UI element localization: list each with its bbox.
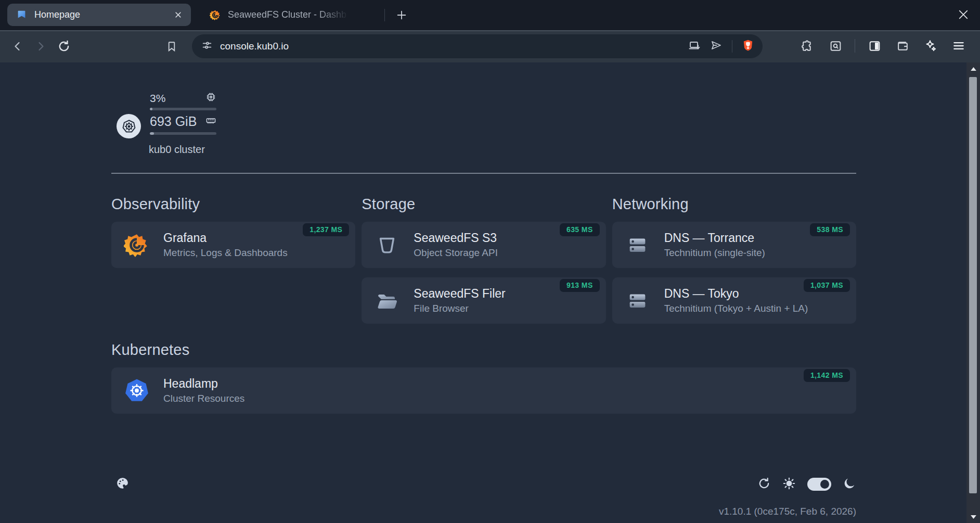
section-title: Kubernetes: [111, 341, 856, 359]
browser-toolbar: console.kub0.io: [0, 30, 980, 62]
cpu-icon: [205, 92, 216, 105]
ping-badge: 913 MS: [560, 279, 600, 292]
service-card-headlamp[interactable]: 1,142 MS HeadlampCluster Resources: [111, 367, 856, 414]
install-app-icon[interactable]: [688, 39, 701, 54]
ping-badge: 1,142 MS: [804, 369, 850, 382]
service-name: DNS — Torrance: [664, 231, 765, 246]
service-description: File Browser: [414, 303, 505, 314]
url-text[interactable]: console.kub0.io: [220, 41, 289, 52]
service-description: Technitium (single-site): [664, 247, 765, 259]
scrollbar-thumb[interactable]: [969, 77, 977, 493]
headlamp-icon: [124, 378, 150, 404]
version-text: v1.10.1 (0ce175c, Feb 6, 2026): [111, 506, 856, 517]
kubernetes-icon: [117, 114, 141, 138]
service-name: SeaweedFS S3: [414, 231, 498, 246]
url-bar[interactable]: console.kub0.io: [192, 34, 763, 58]
tab-separator: [384, 9, 385, 21]
card-list: 1,237 MS GrafanaMetrics, Logs & Dashboar…: [111, 222, 355, 268]
brave-shield-icon[interactable]: [742, 39, 754, 54]
back-icon[interactable]: [8, 37, 27, 56]
tab-title: Homepage: [34, 9, 80, 20]
scroll-up-icon[interactable]: [966, 63, 980, 74]
section-title: Observability: [111, 196, 355, 213]
cluster-label: kub0 cluster: [149, 144, 856, 156]
service-name: Grafana: [163, 231, 288, 246]
bookmark-icon[interactable]: [162, 37, 181, 56]
tab-seaweedfs[interactable]: SeaweedFS Cluster - Dashb: [201, 4, 380, 26]
window-close-icon[interactable]: [953, 4, 974, 25]
tab-strip: Homepage SeaweedFS Cluster - Dashb: [0, 0, 980, 30]
service-name: DNS — Tokyo: [664, 287, 808, 301]
dark-mode-moon-icon[interactable]: [843, 477, 856, 492]
divider: [111, 173, 856, 174]
theme-toggle[interactable]: [807, 478, 831, 491]
leo-ai-icon[interactable]: [922, 37, 939, 55]
server-icon: [625, 288, 651, 314]
scroll-down-icon[interactable]: [966, 512, 980, 522]
tab-homepage[interactable]: Homepage: [7, 4, 191, 26]
sections: Observability1,237 MS GrafanaMetrics, Lo…: [111, 196, 856, 414]
homepage-dashboard: 3% 693 GiB kub0 cluster Observability1,2…: [0, 62, 966, 523]
homepage-flag-icon: [16, 9, 28, 21]
service-description: Metrics, Logs & Dashboards: [163, 247, 288, 259]
service-description: Cluster Resources: [163, 393, 244, 404]
toggle-knob: [820, 480, 829, 489]
service-description: Technitium (Tokyo + Austin + LA): [664, 303, 808, 314]
search-panel-icon[interactable]: [827, 37, 844, 55]
forward-icon[interactable]: [31, 37, 50, 56]
tab-title: SeaweedFS Cluster - Dashb: [228, 9, 353, 20]
service-card-grafana[interactable]: 1,237 MS GrafanaMetrics, Logs & Dashboar…: [111, 222, 355, 268]
cpu-usage-bar: [150, 108, 216, 110]
cpu-usage-value: 3%: [150, 92, 165, 105]
cluster-widget: 3% 693 GiB: [117, 92, 216, 138]
ping-badge: 538 MS: [810, 223, 850, 236]
sidebar-icon[interactable]: [866, 37, 883, 55]
section-storage: Storage635 MS SeaweedFS S3Object Storage…: [362, 196, 605, 324]
service-card-seaweedfs-s3[interactable]: 635 MS SeaweedFS S3Object Storage API: [362, 222, 605, 268]
reload-icon[interactable]: [55, 37, 73, 56]
toolbar-separator: [855, 39, 855, 53]
section-networking: Networking538 MS DNS — TorranceTechnitiu…: [612, 196, 856, 324]
card-list: 1,142 MS HeadlampCluster Resources: [111, 367, 856, 414]
share-icon[interactable]: [710, 39, 723, 54]
ping-badge: 635 MS: [560, 223, 600, 236]
server-icon: [625, 232, 651, 258]
memory-usage-value: 693 GiB: [150, 114, 197, 129]
card-list: 538 MS DNS — TorranceTechnitium (single-…: [612, 222, 856, 324]
ping-badge: 1,237 MS: [303, 223, 349, 236]
service-name: SeaweedFS Filer: [414, 287, 505, 301]
section-kubernetes: Kubernetes1,142 MS HeadlampCluster Resou…: [111, 341, 856, 414]
refresh-icon[interactable]: [757, 477, 771, 492]
service-card-dns-torrance[interactable]: 538 MS DNS — TorranceTechnitium (single-…: [612, 222, 856, 268]
ping-badge: 1,037 MS: [804, 279, 850, 292]
color-palette-icon[interactable]: [115, 476, 130, 492]
scrollbar[interactable]: [966, 62, 980, 523]
section-title: Networking: [612, 196, 856, 213]
bucket-icon: [374, 232, 400, 258]
grafana-icon: [210, 9, 221, 21]
new-tab-button[interactable]: [393, 7, 410, 23]
grafana-icon: [124, 232, 150, 258]
service-card-seaweedfs-filer[interactable]: 913 MS SeaweedFS FilerFile Browser: [362, 277, 605, 324]
site-settings-icon[interactable]: [201, 40, 213, 53]
service-card-dns-tokyo[interactable]: 1,037 MS DNS — TokyoTechnitium (Tokyo + …: [612, 277, 856, 324]
wallet-icon[interactable]: [894, 37, 911, 55]
extensions-icon[interactable]: [798, 37, 816, 55]
section-title: Storage: [362, 196, 605, 213]
service-description: Object Storage API: [414, 247, 498, 259]
memory-usage-bar: [150, 132, 216, 135]
service-name: Headlamp: [163, 377, 244, 391]
section-observability: Observability1,237 MS GrafanaMetrics, Lo…: [111, 196, 355, 324]
light-mode-sun-icon[interactable]: [782, 477, 796, 492]
tab-close-icon[interactable]: [172, 9, 184, 21]
card-list: 635 MS SeaweedFS S3Object Storage API913…: [362, 222, 605, 324]
footer: [111, 476, 856, 492]
folder-icon: [374, 288, 400, 314]
memory-icon: [205, 115, 216, 128]
urlbar-separator: [732, 40, 732, 53]
menu-icon[interactable]: [950, 37, 968, 55]
